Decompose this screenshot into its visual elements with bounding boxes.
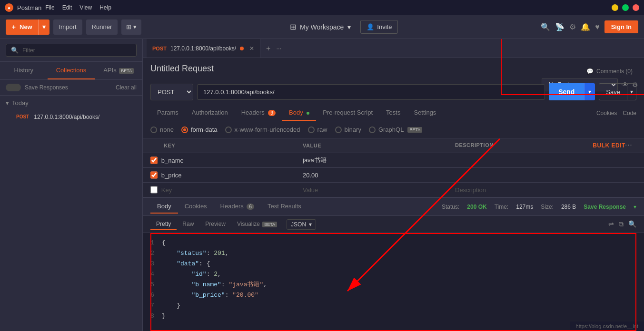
row3-key-input[interactable] — [161, 186, 287, 194]
resp-search-icon[interactable]: 🔍 — [628, 220, 636, 228]
titlebar: ● Postman File Edit View Help — [0, 0, 644, 15]
plus-icon: ＋ — [10, 23, 17, 31]
row2-checkbox[interactable] — [150, 171, 158, 179]
request-bar: POST Send ▾ Save ▾ — [150, 83, 636, 100]
radio-binary — [335, 127, 342, 133]
url-input[interactable] — [197, 84, 545, 100]
graphql-beta-badge: BETA — [407, 127, 422, 133]
resp-tab-body[interactable]: Body — [150, 200, 178, 214]
req-tab-headers[interactable]: Headers 9 — [235, 105, 282, 121]
bell-icon[interactable]: 🔔 — [581, 22, 590, 31]
import-button[interactable]: Import — [53, 19, 82, 35]
sidebar-tab-history[interactable]: History — [0, 62, 48, 79]
invite-button[interactable]: 👤 Invite — [360, 20, 398, 34]
code-line-1: 1 { — [143, 238, 644, 248]
tab-close-icon[interactable]: ✕ — [249, 45, 254, 52]
settings-icon[interactable]: ⚙ — [569, 22, 576, 31]
resp-pretty-tab[interactable]: Pretty — [150, 219, 177, 230]
row1-checkbox[interactable] — [150, 156, 158, 164]
save-arrow-button[interactable]: ▾ — [627, 83, 636, 100]
comments-label: Comments (0) — [596, 68, 633, 75]
minimize-button[interactable] — [612, 4, 618, 11]
comments-button[interactable]: 💬 Comments (0) — [583, 66, 636, 77]
runner-button[interactable]: Runner — [86, 19, 118, 35]
option-graphql[interactable]: GraphQL BETA — [369, 126, 422, 133]
request-tab-active[interactable]: POST 127.0.0.1:8000/api/books/ ✕ — [147, 39, 260, 58]
save-response-arrow[interactable]: ▾ — [634, 204, 636, 210]
code-line-5: 5 "b_name": "java书籍", — [143, 280, 644, 290]
apis-beta-badge: BETA — [119, 68, 134, 74]
new-tab-button[interactable]: + — [260, 44, 276, 53]
save-button[interactable]: Save — [599, 83, 627, 100]
maximize-button[interactable] — [622, 4, 629, 11]
send-button[interactable]: Send — [549, 83, 584, 100]
history-item[interactable]: POST 127.0.0.1:8000/api/books/ — [0, 110, 142, 123]
req-tab-pre-request[interactable]: Pre-request Script — [316, 105, 379, 121]
size-value: 286 B — [561, 204, 576, 210]
row1-value-input[interactable] — [303, 157, 440, 164]
form-table: KEY VALUE DESCRIPTION ··· Bulk Edit — [143, 138, 644, 197]
new-button-main[interactable]: ＋ New — [6, 19, 39, 35]
resp-raw-tab[interactable]: Raw — [177, 219, 199, 230]
resp-tab-cookies[interactable]: Cookies — [178, 200, 214, 214]
row2-desc-input[interactable] — [455, 172, 636, 179]
row1-desc-input[interactable] — [455, 157, 636, 164]
sidebar-tab-apis[interactable]: APIs BETA — [95, 62, 142, 79]
antenna-icon[interactable]: 📡 — [555, 22, 565, 31]
option-urlencoded[interactable]: x-www-form-urlencoded — [225, 126, 300, 133]
req-tab-tests[interactable]: Tests — [379, 105, 407, 121]
new-button-arrow[interactable]: ▾ — [39, 19, 50, 35]
req-tab-params[interactable]: Params — [150, 105, 185, 121]
copy-icon[interactable]: ⧉ — [619, 220, 624, 228]
more-options-icon[interactable]: ··· — [625, 142, 633, 148]
close-button[interactable] — [633, 4, 639, 11]
cookies-link[interactable]: Cookies — [596, 110, 617, 117]
save-response-button[interactable]: Save Response — [584, 204, 626, 210]
row3-checkbox[interactable] — [150, 186, 158, 194]
row2-key-input[interactable] — [161, 172, 287, 179]
row2-value-input[interactable] — [303, 172, 440, 179]
option-none[interactable]: none — [150, 126, 174, 133]
resp-tab-headers[interactable]: Headers 6 — [214, 200, 261, 214]
menu-help[interactable]: Help — [99, 4, 111, 11]
resp-preview-tab[interactable]: Preview — [199, 219, 231, 230]
row3-desc-input[interactable] — [455, 186, 636, 194]
resp-visualize-tab[interactable]: Visualize BETA — [231, 219, 283, 230]
row3-value-input[interactable] — [303, 186, 440, 194]
req-tab-body[interactable]: Body — [282, 105, 316, 121]
menu-edit[interactable]: Edit — [62, 4, 72, 11]
req-tab-authorization[interactable]: Authorization — [185, 105, 235, 121]
format-select[interactable]: JSON ▾ — [287, 219, 316, 230]
clear-all-button[interactable]: Clear all — [116, 84, 137, 91]
menu-file[interactable]: File — [45, 4, 54, 11]
today-section-header[interactable]: ▾ Today — [0, 96, 142, 110]
new-button[interactable]: ＋ New ▾ — [6, 19, 50, 35]
send-arrow-button[interactable]: ▾ — [584, 83, 595, 100]
row1-key-input[interactable] — [161, 157, 287, 164]
sidebar-tab-collections[interactable]: Collections — [48, 62, 95, 79]
search-input[interactable] — [22, 47, 131, 54]
table-row — [143, 168, 644, 183]
search-icon[interactable]: 🔍 — [541, 22, 550, 31]
option-form-data[interactable]: form-data — [181, 126, 218, 133]
option-raw[interactable]: raw — [308, 126, 327, 133]
heart-icon[interactable]: ♥ — [595, 23, 600, 31]
table-row — [143, 183, 644, 197]
method-select[interactable]: POST — [150, 84, 193, 100]
menu-view[interactable]: View — [79, 4, 92, 11]
bulk-edit-button[interactable]: Bulk Edit — [593, 142, 625, 149]
signin-button[interactable]: Sign In — [604, 20, 638, 33]
camera-button[interactable]: ⊞ ▾ — [121, 19, 141, 35]
code-link[interactable]: Code — [623, 110, 636, 117]
search-box[interactable]: 🔍 — [6, 44, 137, 57]
status-url: https://blog.csdn.net/e__int — [576, 323, 638, 329]
more-tabs-button[interactable]: ··· — [276, 45, 281, 52]
camera-arrow: ▾ — [133, 23, 137, 30]
resp-tab-test-results[interactable]: Test Results — [261, 200, 308, 214]
workspace-selector[interactable]: ⊞ My Workspace ▾ — [284, 19, 357, 34]
send-button-group: Send ▾ — [549, 83, 595, 100]
save-responses-toggle[interactable] — [6, 84, 21, 91]
option-binary[interactable]: binary — [335, 126, 361, 133]
req-tab-settings[interactable]: Settings — [407, 105, 443, 121]
wrap-icon[interactable]: ⇌ — [608, 220, 614, 228]
